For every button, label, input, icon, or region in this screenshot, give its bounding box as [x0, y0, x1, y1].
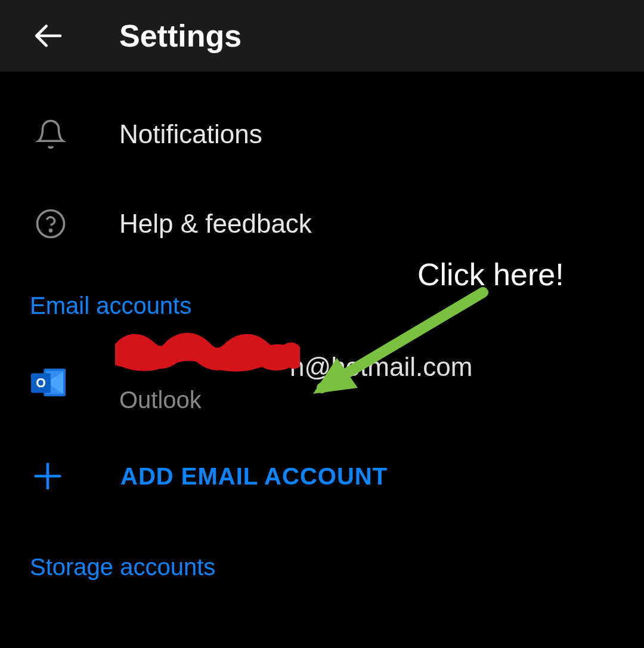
add-email-label: ADD EMAIL ACCOUNT — [120, 463, 388, 490]
account-row[interactable]: O xxxxxxxxxxxxxn@hotmail.com Outlook — [0, 331, 644, 434]
menu-help-label: Help & feedback — [119, 209, 312, 239]
menu-help[interactable]: Help & feedback — [0, 179, 644, 269]
menu-notifications-label: Notifications — [119, 119, 262, 149]
bell-icon — [30, 118, 72, 150]
app-header: Settings — [0, 0, 644, 72]
account-provider: Outlook — [119, 387, 472, 414]
outlook-icon: O — [30, 365, 66, 401]
question-icon — [30, 208, 72, 240]
plus-icon — [30, 458, 66, 494]
section-email-accounts: Email accounts — [0, 269, 644, 331]
account-email-visible: n@hotmail.com — [290, 352, 472, 381]
svg-point-2 — [49, 230, 51, 232]
settings-content: Notifications Help & feedback Email acco… — [0, 72, 644, 593]
account-email: xxxxxxxxxxxxxn@hotmail.com — [119, 352, 472, 382]
svg-point-1 — [38, 211, 64, 237]
section-storage-accounts: Storage accounts — [0, 518, 644, 593]
back-button[interactable] — [24, 12, 72, 60]
account-texts: xxxxxxxxxxxxxn@hotmail.com Outlook — [119, 352, 472, 414]
svg-text:O: O — [36, 375, 46, 390]
back-arrow-icon — [31, 19, 64, 53]
page-title: Settings — [119, 18, 242, 54]
add-email-account[interactable]: ADD EMAIL ACCOUNT — [0, 434, 644, 518]
menu-notifications[interactable]: Notifications — [0, 90, 644, 179]
